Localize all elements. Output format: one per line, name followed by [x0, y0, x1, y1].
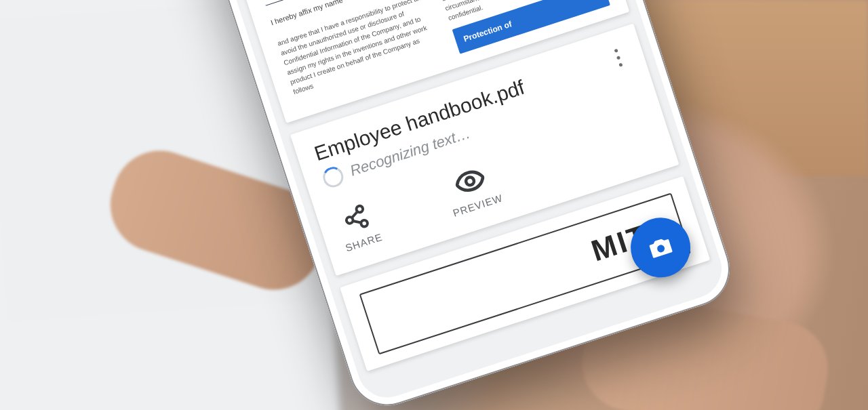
- eye-icon: [452, 165, 488, 199]
- share-icon: [340, 202, 372, 234]
- svg-line-41: [351, 211, 359, 218]
- svg-point-43: [465, 176, 475, 186]
- document-left-column: I hereby affix my name and agree that I …: [269, 0, 448, 106]
- share-label: SHARE: [344, 231, 384, 254]
- spinner-icon: [320, 164, 346, 190]
- camera-icon: [644, 230, 677, 264]
- preview-button[interactable]: PREVIEW: [441, 161, 505, 219]
- share-button[interactable]: SHARE: [334, 200, 384, 253]
- svg-point-40: [361, 220, 369, 228]
